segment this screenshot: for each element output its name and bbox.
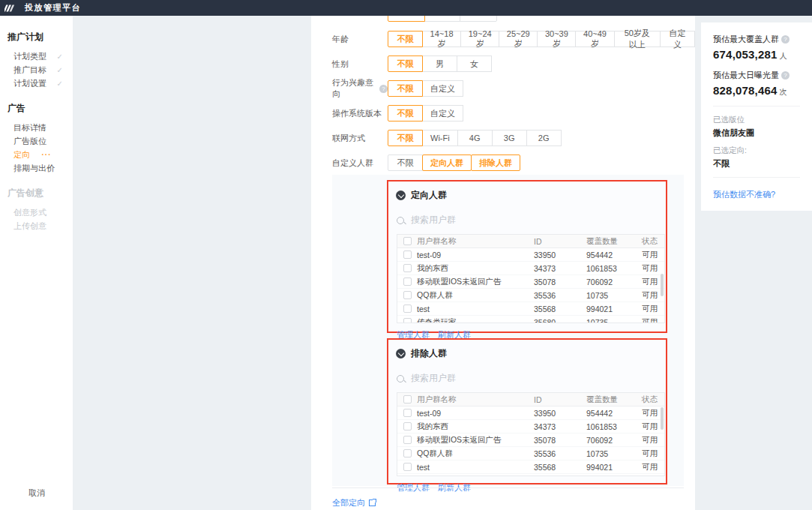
card-divider: [713, 177, 800, 178]
form-row-label: 年龄: [332, 34, 388, 45]
sidebar-section: 推广计划 计划类型 ✓ 推广目标 ✓ 计划设置 ✓: [0, 31, 73, 90]
cell-id: 35568: [534, 304, 586, 314]
option-button[interactable]: 4G: [457, 130, 493, 146]
option-button[interactable]: 3G: [492, 130, 527, 146]
table-row[interactable]: test 35568 994021 可用: [397, 302, 664, 316]
select-all-checkbox[interactable]: [403, 237, 412, 245]
row-checkbox[interactable]: [403, 291, 412, 299]
row-checkbox[interactable]: [403, 318, 412, 323]
top-navbar: 投放管理平台: [0, 0, 812, 16]
cancel-button[interactable]: 取消: [28, 488, 45, 499]
metric-unit: 人: [780, 52, 787, 60]
option-button[interactable]: 不限: [388, 130, 423, 146]
partially-visible-option-button[interactable]: [424, 16, 460, 22]
cell-coverage: 994021: [586, 304, 642, 314]
row-checkbox[interactable]: [403, 436, 412, 444]
table-row[interactable]: 传奇类玩家 35680 10735 可用: [397, 474, 664, 476]
sidebar-item[interactable]: 推广目标 ✓: [0, 63, 73, 76]
option-button[interactable]: 排除人群: [471, 154, 520, 171]
option-button[interactable]: 自定义: [422, 105, 463, 122]
row-checkbox[interactable]: [403, 463, 412, 471]
search-input[interactable]: 搜索用户群: [397, 372, 658, 385]
select-all-checkbox[interactable]: [403, 395, 412, 404]
footer-divider: [332, 488, 684, 488]
sidebar-item-label: 目标详情: [13, 122, 46, 134]
option-button[interactable]: 定向人群: [422, 154, 472, 171]
table-row[interactable]: test-09 33950 954442 可用: [397, 248, 664, 262]
sidebar-item[interactable]: 上传创意: [0, 219, 73, 232]
table-row[interactable]: QQ群人群 35536 10735 可用: [397, 447, 664, 460]
table-row[interactable]: test-09 33950 954442 可用: [397, 406, 664, 420]
row-checkbox[interactable]: [403, 304, 412, 313]
table-row[interactable]: 移动联盟IOS未返回广告 35078 706092 可用: [397, 434, 664, 447]
table-row[interactable]: test 35568 994021 可用: [397, 460, 664, 474]
row-checkbox[interactable]: [403, 422, 412, 430]
row-checkbox[interactable]: [403, 449, 412, 458]
partially-visible-option-button[interactable]: [460, 16, 497, 22]
option-button[interactable]: 女: [457, 56, 492, 72]
search-icon: [397, 217, 404, 224]
cell-status: 可用: [642, 304, 664, 314]
cell-group-name: test-09: [417, 250, 534, 260]
option-button[interactable]: 自定义: [422, 80, 463, 97]
sidebar-item[interactable]: 排期与出价: [0, 161, 73, 175]
table-row[interactable]: 移动联盟IOS未返回广告 35078 706092 可用: [397, 275, 664, 289]
option-button[interactable]: 2G: [526, 130, 562, 146]
collapse-chevron-icon[interactable]: [396, 190, 406, 200]
sidebar-item[interactable]: 计划设置 ✓: [0, 76, 73, 90]
option-button[interactable]: Wi-Fi: [422, 130, 458, 146]
option-button[interactable]: 25~29岁: [499, 31, 538, 47]
option-button[interactable]: 30~39岁: [537, 31, 576, 47]
cell-id: 33950: [534, 250, 586, 260]
collapse-chevron-icon[interactable]: [396, 349, 406, 358]
table-row[interactable]: 我的东西 34373 1061853 可用: [397, 420, 664, 434]
row-checkbox[interactable]: [403, 278, 412, 286]
scrollbar-thumb[interactable]: [661, 407, 664, 430]
option-button[interactable]: 50岁及以上: [614, 31, 661, 47]
search-input[interactable]: 搜索用户群: [397, 214, 658, 226]
sidebar-section-title: 广告: [0, 102, 73, 115]
sidebar-item[interactable]: 目标详情: [0, 121, 73, 134]
option-button[interactable]: 男: [422, 56, 457, 72]
column-header-name: 用户群名称: [417, 394, 534, 405]
form-row-label: 联网方式: [332, 133, 388, 144]
option-button[interactable]: 14~18岁: [422, 31, 461, 47]
sidebar-section: 广告 目标详情 广告版位 定向 ···: [0, 102, 73, 175]
table-row[interactable]: QQ群人群 35536 10735 可用: [397, 289, 664, 302]
table-header-row: 用户群名称 ID 覆盖数量 状态: [397, 393, 664, 406]
table-row[interactable]: 我的东西 34373 1061853 可用: [397, 262, 664, 275]
option-button[interactable]: 不限: [388, 56, 423, 72]
audience-panel: 定向人群 搜索用户群 用户群名称 ID 覆盖数量 状态: [387, 180, 667, 333]
selection-summary: 已选版位 微信朋友圈: [713, 115, 800, 139]
option-button[interactable]: 不限: [388, 154, 423, 171]
option-button[interactable]: 19~24岁: [460, 31, 499, 47]
row-checkbox[interactable]: [403, 409, 412, 417]
scrollbar-thumb[interactable]: [661, 274, 664, 296]
cell-id: 34373: [534, 422, 586, 431]
row-checkbox[interactable]: [403, 250, 412, 259]
row-checkbox[interactable]: [403, 264, 412, 272]
sidebar-item[interactable]: 创意形式: [0, 206, 73, 219]
option-button[interactable]: 自定义: [660, 31, 695, 47]
sidebar-item[interactable]: 定向 ···: [0, 148, 73, 161]
cell-status: 可用: [642, 317, 664, 324]
check-icon: ✓: [57, 80, 63, 88]
option-button[interactable]: 不限: [388, 80, 423, 97]
table-row[interactable]: 传奇类玩家 35680 10735 可用: [397, 316, 664, 323]
option-button[interactable]: 不限: [388, 31, 423, 47]
custom-audience-section: 定向人群 搜索用户群 用户群名称 ID 覆盖数量 状态: [332, 175, 684, 486]
form-row-label-text: 行为兴趣意向: [332, 77, 377, 100]
option-button[interactable]: 40~49岁: [575, 31, 614, 47]
sidebar-item[interactable]: 广告版位: [0, 134, 73, 148]
all-targeting-link[interactable]: 全部定向: [332, 497, 376, 508]
option-button[interactable]: 不限: [388, 105, 423, 122]
cell-coverage: 10735: [586, 449, 642, 458]
form-row: 自定义人群 不限 定向人群 排除人群: [332, 154, 695, 171]
table-header-row: 用户群名称 ID 覆盖数量 状态: [397, 235, 664, 248]
cell-coverage: 1061853: [586, 264, 642, 273]
estimate-feedback-link[interactable]: 预估数据不准确?: [713, 190, 775, 199]
sidebar-item[interactable]: 计划类型 ✓: [0, 50, 73, 63]
option-button-group: 不限 自定义: [388, 105, 463, 122]
cell-id: 35536: [534, 291, 586, 300]
partially-visible-option-button[interactable]: [388, 16, 425, 22]
